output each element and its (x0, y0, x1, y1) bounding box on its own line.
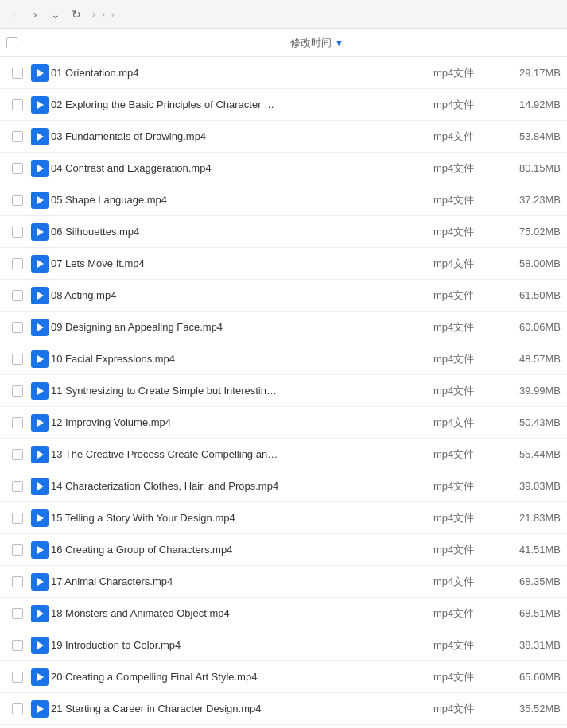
row-checkbox-cell (6, 449, 29, 460)
row-checkbox[interactable] (12, 481, 23, 492)
table-row[interactable]: 03 Fundamentals of Drawing.mp4 mp4文件 53.… (0, 121, 567, 153)
row-checkbox[interactable] (12, 99, 23, 110)
file-icon-cell (29, 350, 51, 368)
table-row[interactable]: 12 Improving Volume.mp4 mp4文件 50.43MB (0, 407, 567, 439)
table-row[interactable]: 15 Telling a Story With Your Design.mp4 … (0, 502, 567, 534)
file-type: mp4文件 (433, 98, 497, 112)
forward-button[interactable]: › (27, 6, 43, 22)
file-type: mp4文件 (433, 543, 497, 557)
table-row[interactable]: 01 Orientation.mp4 mp4文件 29.17MB (0, 57, 567, 89)
row-checkbox[interactable] (12, 417, 23, 428)
table-row[interactable]: 17 Animal Characters.mp4 mp4文件 68.35MB (0, 566, 567, 598)
play-icon (31, 509, 49, 527)
play-icon (31, 160, 49, 177)
row-checkbox-cell (6, 703, 29, 714)
breadcrumb-sep-1: › (92, 9, 95, 20)
play-triangle (37, 196, 44, 204)
file-name: 10 Facial Expressions.mp4 (51, 353, 290, 365)
file-size: 65.60MB (497, 671, 561, 683)
table-row[interactable]: 19 Introduction to Color.mp4 mp4文件 38.31… (0, 629, 567, 661)
table-row[interactable]: 04 Contrast and Exaggeration.mp4 mp4文件 8… (0, 153, 567, 184)
row-checkbox[interactable] (12, 385, 23, 397)
row-checkbox[interactable] (12, 227, 23, 238)
file-size: 14.92MB (497, 99, 561, 110)
play-icon (31, 350, 49, 368)
file-type: mp4文件 (433, 575, 497, 589)
file-icon-cell (29, 255, 51, 273)
row-checkbox[interactable] (12, 576, 23, 587)
row-checkbox[interactable] (12, 258, 23, 269)
row-checkbox[interactable] (12, 449, 23, 460)
table-row[interactable]: 16 Creating a Group of Characters.mp4 mp… (0, 534, 567, 566)
file-size: 58.00MB (497, 258, 561, 269)
refresh-button[interactable]: ↻ (68, 6, 84, 22)
play-triangle (37, 228, 44, 236)
row-checkbox[interactable] (12, 513, 23, 524)
row-checkbox-cell (6, 672, 29, 683)
file-size: 75.02MB (497, 226, 561, 238)
play-icon (31, 382, 49, 400)
breadcrumb: › › › (89, 9, 115, 20)
dropdown-button[interactable]: ⌄ (48, 6, 64, 22)
row-checkbox[interactable] (12, 195, 23, 206)
play-icon (31, 64, 49, 82)
row-checkbox[interactable] (12, 322, 23, 333)
play-icon (31, 96, 49, 114)
row-checkbox-cell (6, 576, 29, 587)
header-modified[interactable]: 修改时间 ▼ (290, 36, 433, 50)
row-checkbox[interactable] (12, 290, 23, 301)
file-name: 01 Orientation.mp4 (51, 67, 290, 79)
table-row[interactable]: 02 Exploring the Basic Principles of Cha… (0, 89, 567, 121)
table-row[interactable]: 09 Designing an Appealing Face.mp4 mp4文件… (0, 312, 567, 343)
play-triangle (37, 355, 44, 363)
header-modified-label: 修改时间 (290, 36, 332, 50)
file-type: mp4文件 (433, 130, 497, 144)
file-type: mp4文件 (433, 384, 497, 398)
topbar: ‹ › ⌄ ↻ › › › (0, 0, 567, 29)
table-row[interactable]: 07 Lets Move It.mp4 mp4文件 58.00MB (0, 248, 567, 280)
file-icon-cell (29, 700, 51, 718)
table-row[interactable]: 21 Starting a Career in Character Design… (0, 693, 567, 725)
row-checkbox[interactable] (12, 544, 23, 556)
file-icon-cell (29, 414, 51, 432)
table-row[interactable]: 10 Facial Expressions.mp4 mp4文件 48.57MB (0, 343, 567, 375)
table-row[interactable]: 18 Monsters and Animated Object.mp4 mp4文… (0, 598, 567, 629)
file-type: mp4文件 (433, 447, 497, 462)
table-row[interactable]: 11 Synthesizing to Create Simple but Int… (0, 375, 567, 407)
file-icon-cell (29, 192, 51, 209)
file-icon-cell (29, 160, 51, 177)
play-icon (31, 223, 49, 241)
row-checkbox[interactable] (12, 354, 23, 365)
header-checkbox-cell (6, 37, 29, 48)
file-size: 37.23MB (497, 194, 561, 206)
table-row[interactable]: 05 Shape Language.mp4 mp4文件 37.23MB (0, 184, 567, 216)
row-checkbox[interactable] (12, 131, 23, 142)
back-button[interactable]: ‹ (6, 6, 22, 22)
file-icon-cell (29, 573, 51, 591)
file-name: 12 Improving Volume.mp4 (51, 416, 290, 428)
table-row[interactable]: 06 Silhouettes.mp4 mp4文件 75.02MB (0, 216, 567, 248)
row-checkbox[interactable] (12, 672, 23, 683)
play-triangle (37, 101, 44, 109)
file-icon-cell (29, 478, 51, 495)
row-checkbox[interactable] (12, 68, 23, 79)
row-checkbox[interactable] (12, 608, 23, 619)
play-triangle (37, 482, 44, 490)
table-row[interactable]: 13 The Creative Process Create Compellin… (0, 439, 567, 470)
row-checkbox[interactable] (12, 703, 23, 714)
play-icon (31, 668, 49, 686)
file-name: 13 The Creative Process Create Compellin… (51, 448, 290, 460)
table-row[interactable]: 14 Characterization Clothes, Hair, and P… (0, 470, 567, 502)
play-icon (31, 605, 49, 622)
table-row[interactable]: 20 Creating a Compelling Final Art Style… (0, 661, 567, 693)
breadcrumb-expand[interactable]: › (111, 10, 115, 19)
file-size: 21.83MB (497, 512, 561, 524)
row-checkbox[interactable] (12, 163, 23, 174)
table-row[interactable]: 08 Acting.mp4 mp4文件 61.50MB (0, 280, 567, 312)
file-type: mp4文件 (433, 257, 497, 271)
row-checkbox[interactable] (12, 640, 23, 651)
play-triangle (37, 578, 44, 586)
header-checkbox[interactable] (6, 37, 17, 48)
play-triangle (37, 610, 44, 618)
play-triangle (37, 641, 44, 649)
